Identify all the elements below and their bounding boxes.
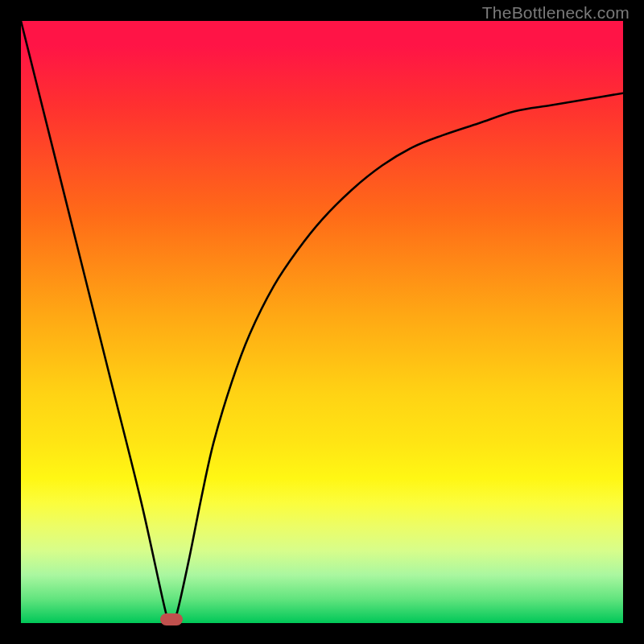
curve-path (21, 21, 623, 623)
minimum-marker (160, 613, 183, 625)
watermark-text: TheBottleneck.com (482, 3, 630, 23)
plot-area (21, 21, 623, 623)
bottleneck-curve (21, 21, 623, 623)
chart-stage: TheBottleneck.com (0, 0, 644, 644)
